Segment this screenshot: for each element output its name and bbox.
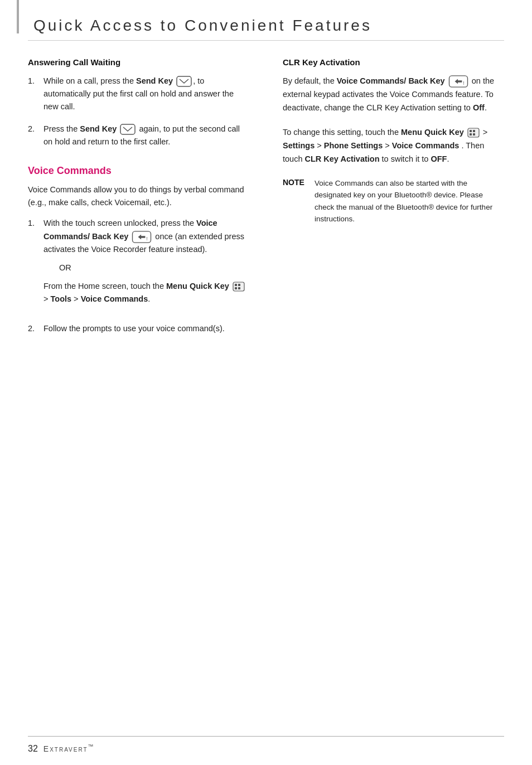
clr-paragraph-2: To change this setting, touch the Menu Q… [283,126,504,166]
footer: 32 Extravert™ [28,736,504,754]
svg-rect-1 [120,124,135,134]
list-item: 1. While on a call, press the Send Key ,… [28,75,249,114]
voice-commands-intro: Voice Commands allow you to do things by… [28,183,249,209]
two-column-layout: Answering Call Waiting 1. While on a cal… [28,57,504,345]
svg-rect-11 [468,128,479,137]
right-column: CLR Key Activation By default, the Voice… [283,57,504,345]
list-number: 2. [28,123,39,148]
off-label-2: OFF [431,154,447,163]
send-key-label: Send Key [136,76,173,85]
answering-call-waiting-list: 1. While on a call, press the Send Key ,… [28,75,249,148]
menu-quick-key-label-right: Menu Quick Key [401,128,464,137]
list-content: Press the Send Key again, to put the sec… [43,123,249,148]
clr-key-section: CLR Key Activation By default, the Voice… [283,57,504,225]
tools-label: Tools [51,294,72,303]
svg-rect-12 [470,130,472,132]
clr-paragraph-1: By default, the Voice Commands/ Back Key… [283,75,504,115]
send-key-label-2: Send Key [80,124,117,133]
page-title: Quick Access to Convenient Features [28,17,504,41]
note-block: NOTE Voice Commands can also be started … [283,177,504,225]
list-item: 1. With the touch screen unlocked, press… [28,217,249,313]
phone-settings-label: Phone Settings [324,141,383,150]
svg-text:!: ! [463,81,464,86]
svg-rect-8 [238,287,240,289]
svg-rect-15 [473,133,475,135]
page-container: Quick Access to Convenient Features Answ… [0,0,532,765]
list-content: With the touch screen unlocked, press th… [43,217,249,313]
voice-commands-back-key-label-right: Voice Commands/ Back Key [337,76,445,85]
voice-commands-label: Voice Commands [81,294,148,303]
send-key-icon [176,76,192,87]
answering-call-waiting-heading: Answering Call Waiting [28,57,249,67]
clr-key-heading: CLR Key Activation [283,57,504,67]
list-number: 1. [28,75,39,114]
menu-quick-key-icon [233,282,245,292]
note-text: Voice Commands can also be started with … [315,177,504,225]
svg-rect-7 [235,287,237,289]
svg-text:!: ! [147,236,148,241]
list-item: 2. Press the Send Key again, to put the … [28,123,249,148]
list-number: 2. [28,322,39,335]
voice-commands-list: 1. With the touch screen unlocked, press… [28,217,249,335]
answering-call-waiting-section: Answering Call Waiting 1. While on a cal… [28,57,249,148]
settings-label: Settings [283,141,315,150]
left-column: Answering Call Waiting 1. While on a cal… [28,57,260,345]
voice-commands-back-key-label: Voice Commands/ Back Key [43,219,217,240]
svg-rect-14 [470,133,472,135]
left-border-accent [17,0,19,33]
send-key-icon-2 [120,124,136,135]
footer-brand: Extravert™ [43,743,95,753]
list-number: 1. [28,217,39,313]
voice-commands-label-right: Voice Commands [392,141,460,150]
list-content: While on a call, press the Send Key , to… [43,75,249,114]
svg-rect-6 [238,284,240,286]
svg-rect-0 [177,76,191,86]
clr-key-activation-label: CLR Key Activation [305,154,380,163]
svg-rect-13 [473,130,475,132]
svg-rect-4 [233,282,244,291]
menu-quick-key-icon-right [467,128,480,138]
voice-commands-section: Voice Commands Voice Commands allow you … [28,165,249,336]
list-item: 2. Follow the prompts to use your voice … [28,322,249,335]
svg-rect-5 [235,284,237,286]
voice-back-key-icon-right: ! [448,75,468,88]
menu-quick-key-label: Menu Quick Key [166,282,229,290]
voice-commands-heading: Voice Commands [28,165,249,177]
voice-back-key-icon: ! [132,231,152,243]
footer-page-number: 32 [28,744,38,754]
or-text: OR [59,262,249,274]
list-content: Follow the prompts to use your voice com… [43,322,249,335]
from-home-block: From the Home screen, touch the Menu Qui… [43,280,249,306]
off-label: Off [473,103,485,112]
note-label: NOTE [283,177,308,225]
